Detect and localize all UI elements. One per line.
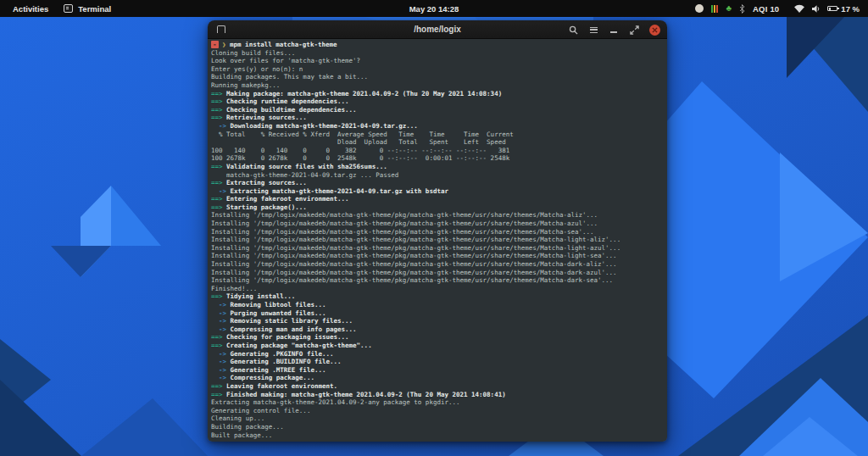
terminal-app-icon xyxy=(64,4,73,13)
terminal-line: Enter yes(y) or no(n): n xyxy=(211,65,667,74)
terminal-line: -> Generating .MTREE file... xyxy=(211,366,667,375)
close-icon xyxy=(652,27,658,33)
new-tab-button[interactable] xyxy=(217,25,226,34)
terminal-line: ==> Starting package()... xyxy=(211,203,667,212)
system-monitor-icon[interactable] xyxy=(711,4,718,13)
terminal-line: Building packages. This may take a bit..… xyxy=(211,73,667,81)
app-menu-label: Terminal xyxy=(78,4,111,14)
terminal-line: -> Purging unwanted files... xyxy=(211,309,667,318)
terminal-line: -> Generating .PKGINFO file... xyxy=(211,350,667,359)
hamburger-icon xyxy=(590,27,598,33)
bluetooth-icon[interactable] xyxy=(739,4,745,14)
search-icon xyxy=(569,25,578,35)
terminal-line: Installing '/tmp/logix/makedeb/matcha-gt… xyxy=(211,260,667,269)
terminal-line: - ❯ mpm install matcha-gtk-theme xyxy=(211,41,667,49)
close-button[interactable] xyxy=(649,25,660,36)
terminal-line: -> Compressing man and info pages... xyxy=(211,325,667,334)
terminal-line: Installing '/tmp/logix/makedeb/matcha-gt… xyxy=(211,220,667,228)
terminal-line: ==> Extracting sources... xyxy=(211,179,667,187)
terminal-line: ==> Checking runtime dependencies... xyxy=(211,97,667,106)
terminal-line: Installing '/tmp/logix/makedeb/matcha-gt… xyxy=(211,236,667,244)
minimize-button[interactable] xyxy=(609,25,619,35)
terminal-line: Dload Upload Total Spent Left Speed xyxy=(211,138,667,147)
terminal-line: Built package... xyxy=(211,431,667,440)
aqi-indicator[interactable]: AQI 10 xyxy=(753,4,779,14)
terminal-line: 100 2678k 0 2678k 0 0 2548k 0 --:--:-- 0… xyxy=(211,154,667,163)
terminal-line: ==> Checking for packaging issues... xyxy=(211,333,667,342)
battery-icon xyxy=(827,6,837,11)
battery-percent: 17 % xyxy=(841,4,860,14)
terminal-line: Look over files for 'matcha-gtk-theme'? xyxy=(211,57,667,65)
menu-button[interactable] xyxy=(588,25,598,35)
terminal-line: Building package... xyxy=(211,423,667,431)
terminal-line: Generating control file... xyxy=(211,407,667,415)
terminal-line: 100 140 0 140 0 0 382 0 --:--:-- --:--:-… xyxy=(211,147,667,155)
terminal-line: ==> Finished making: matcha-gtk-theme 20… xyxy=(211,391,667,399)
terminal-line: -> Generating .BUILDINFO file... xyxy=(211,358,667,366)
terminal-output[interactable]: - ❯ mpm install matcha-gtk-themeCloning … xyxy=(208,39,667,442)
terminal-line: Cloning build files... xyxy=(211,49,667,58)
wifi-icon xyxy=(793,4,805,14)
terminal-line: Extracting matcha-gtk-theme-2021.04.09-2… xyxy=(211,398,667,407)
terminal-line: ==> Leaving fakeroot environment. xyxy=(211,382,667,391)
terminal-line: ==> Creating package "matcha-gtk-theme".… xyxy=(211,342,667,350)
search-button[interactable] xyxy=(568,25,578,35)
terminal-line: ==> Tidying install... xyxy=(211,292,667,301)
terminal-window: /home/logix xyxy=(208,20,667,442)
terminal-line: ==> Checking buildtime dependencies... xyxy=(211,106,667,114)
terminal-line: Cleaning up... xyxy=(211,414,667,423)
window-title: /home/logix xyxy=(414,25,461,34)
new-tab-icon xyxy=(217,25,225,33)
terminal-line: ==> Retrieving sources... xyxy=(211,114,667,122)
network-tree-icon[interactable]: ♣ xyxy=(726,4,732,13)
terminal-line: Installing '/tmp/logix/makedeb/matcha-gt… xyxy=(211,252,667,260)
tray-icons: ♣ xyxy=(695,4,745,14)
terminal-line: ==> Making package: matcha-gtk-theme 202… xyxy=(211,90,667,98)
terminal-line: Finished!... xyxy=(211,285,667,293)
terminal-line: Installing '/tmp/logix/makedeb/matcha-gt… xyxy=(211,276,667,285)
terminal-line: -> Compressing package... xyxy=(211,374,667,382)
clock[interactable]: May 20 14:28 xyxy=(404,3,465,15)
restore-button[interactable] xyxy=(629,25,639,35)
terminal-line: -> Removing static library files... xyxy=(211,317,667,325)
app-menu[interactable]: Terminal xyxy=(64,4,111,14)
desktop: Activities Terminal May 20 14:28 ♣ AQI 1… xyxy=(0,0,868,456)
restore-icon xyxy=(630,25,639,35)
activities-button[interactable]: Activities xyxy=(9,3,52,15)
terminal-titlebar[interactable]: /home/logix xyxy=(208,20,667,39)
volume-icon xyxy=(811,4,821,14)
terminal-line: Installing '/tmp/logix/makedeb/matcha-gt… xyxy=(211,211,667,220)
terminal-line: Installing '/tmp/logix/makedeb/matcha-gt… xyxy=(211,269,667,277)
system-status-area[interactable]: ♣ AQI 10 17 % xyxy=(695,0,868,17)
minimize-icon xyxy=(610,31,617,33)
terminal-line: ==> Entering fakeroot environment... xyxy=(211,195,667,203)
terminal-line: -> Removing libtool files... xyxy=(211,301,667,309)
terminal-line: Running makepkg... xyxy=(211,81,667,90)
system-icons: 17 % xyxy=(793,4,860,14)
terminal-line: % Total % Received % Xferd Average Speed… xyxy=(211,131,667,139)
top-bar: Activities Terminal May 20 14:28 ♣ AQI 1… xyxy=(0,0,868,17)
terminal-line: ==> Validating source files with sha256s… xyxy=(211,163,667,171)
terminal-line: Installing '/tmp/logix/makedeb/matcha-gt… xyxy=(211,228,667,236)
terminal-line: Installing '/tmp/logix/makedeb/matcha-gt… xyxy=(211,244,667,253)
mail-tray-icon[interactable] xyxy=(695,4,704,13)
terminal-line: -> Downloading matcha-gtk-theme-2021-04-… xyxy=(211,122,667,131)
terminal-line: -> Extracting matcha-gtk-theme-2021-04-0… xyxy=(211,187,667,196)
terminal-line: matcha-gtk-theme-2021-04-09.tar.gz ... P… xyxy=(211,171,667,180)
